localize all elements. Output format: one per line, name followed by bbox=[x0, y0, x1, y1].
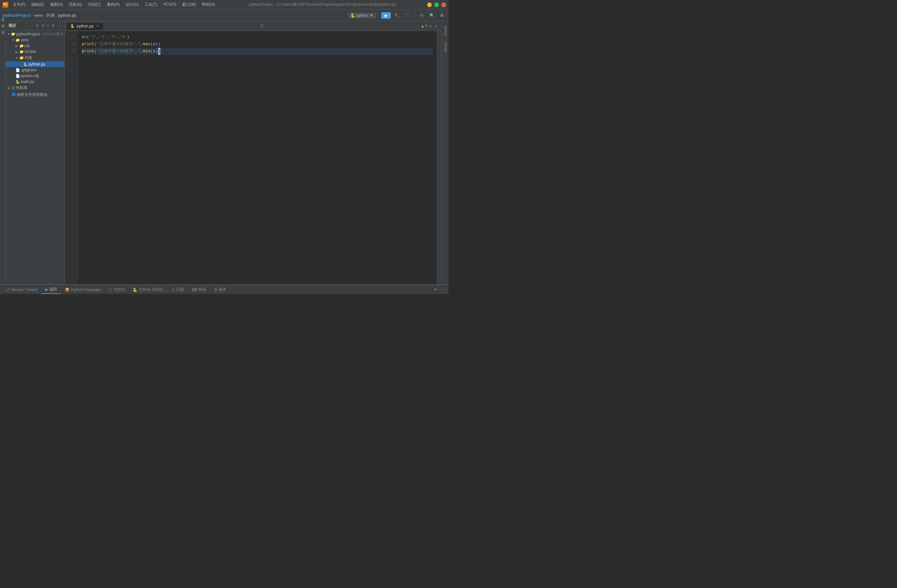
right-label-gradle[interactable]: Gradle bbox=[443, 25, 447, 36]
tree-item-external-libs[interactable]: 🗄 外部库 bbox=[6, 84, 64, 91]
services-icon: ⚙ bbox=[214, 288, 217, 292]
maximize-button[interactable]: □ bbox=[434, 3, 439, 7]
tree-item-scripts[interactable]: 📁 Scripts bbox=[6, 49, 64, 55]
tree-item-gitignore[interactable]: 📄 .gitignore bbox=[6, 67, 64, 73]
code-token: '3' bbox=[109, 34, 117, 41]
panel-action-collapse[interactable]: ≡ bbox=[46, 23, 50, 28]
tab-close-button[interactable]: ✕ bbox=[95, 24, 99, 28]
panel-action-add[interactable]: ⊕ bbox=[41, 23, 46, 28]
tree-item-python-py[interactable]: 🐍 python.py bbox=[6, 61, 64, 67]
folder-lib-icon: 📁 bbox=[19, 44, 24, 48]
interpreter-selector[interactable]: 🐍 python ▼ bbox=[348, 12, 376, 18]
tree-path-root: C:\Users\曹文静\PycharmProjects\pyt bbox=[41, 32, 64, 37]
code-token: ( bbox=[94, 48, 97, 55]
run-button[interactable]: ▶ bbox=[381, 12, 391, 19]
tree-item-pyvenv[interactable]: 📄 pyvenv.cfg bbox=[6, 73, 64, 79]
expand-arrow bbox=[7, 32, 10, 36]
settings-button[interactable]: ⚙ bbox=[438, 12, 446, 19]
menu-code[interactable]: 代码(C) bbox=[85, 1, 104, 8]
search-everywhere-button[interactable]: 🔍 bbox=[427, 12, 436, 19]
tab-python-py[interactable]: 🐍 python.py ✕ bbox=[66, 22, 104, 30]
panel-header: 项目 ▼ ⊕ ≡ ⚙ — bbox=[6, 21, 64, 30]
main-layout: 书签 结构 提示 项目 ▼ ⊕ ≡ ⚙ — 📁 pythonProject C:… bbox=[0, 21, 448, 284]
tree-item-liebiao[interactable]: 📁 列表 bbox=[6, 55, 64, 61]
menu-run[interactable]: 运行(U) bbox=[123, 1, 141, 8]
tab-todo[interactable]: ☑ TODO bbox=[105, 286, 129, 293]
breadcrumb-liebiao[interactable]: 列表 bbox=[46, 12, 55, 18]
folder-icon: 📁 bbox=[11, 32, 15, 36]
code-token: ( bbox=[94, 41, 97, 48]
menu-window[interactable]: 窗口(W) bbox=[179, 1, 199, 8]
code-token: (a)) bbox=[150, 41, 160, 48]
tree-item-scratch[interactable]: 🔵 临时文件和控制台 bbox=[6, 91, 64, 98]
code-token: print bbox=[82, 41, 94, 48]
panel-action-settings[interactable]: ⚙ bbox=[51, 23, 56, 28]
tab-pkg-label: Python Packages bbox=[71, 288, 101, 292]
tab-menu-button[interactable]: ☰ bbox=[258, 23, 266, 30]
problem-icon: ⚠ bbox=[171, 288, 175, 292]
breadcrumb-venv[interactable]: venv bbox=[34, 13, 43, 18]
tab-vc-label: Version Control bbox=[11, 288, 37, 292]
menu-tools[interactable]: 工具(T) bbox=[142, 1, 160, 8]
tree-label-root: pythonProject bbox=[16, 32, 40, 37]
tab-terminal-label: 终端 bbox=[199, 287, 206, 292]
project-name[interactable]: pythonProject bbox=[3, 13, 31, 18]
close-button[interactable]: ✕ bbox=[441, 3, 446, 7]
line-numbers: 1 2 3 bbox=[65, 31, 78, 284]
tab-python-console[interactable]: 🐍 Python 控制台 bbox=[129, 286, 167, 294]
code-editor[interactable]: 1 2 3 a =( '1' , '2' , '3' , '4' ) bbox=[65, 31, 441, 284]
tree-label-pyvenv: pyvenv.cfg bbox=[21, 74, 39, 78]
line-num-2: 2 bbox=[65, 41, 77, 48]
build-button[interactable]: 🔨 bbox=[392, 12, 401, 19]
menu-edit[interactable]: 编辑(E) bbox=[29, 1, 47, 8]
scratch-icon: 🔵 bbox=[12, 93, 16, 97]
expand-button[interactable]: ∨ bbox=[434, 24, 438, 28]
run-tab-icon: ▶ bbox=[45, 287, 48, 292]
folder-venv-icon: 📁 bbox=[15, 38, 20, 42]
tree-label-liebiao: 列表 bbox=[24, 55, 32, 61]
right-label-maven[interactable]: Maven bbox=[443, 41, 447, 52]
todo-icon: ☑ bbox=[109, 288, 112, 292]
menu-refactor[interactable]: 重构(R) bbox=[104, 1, 122, 8]
translate-button[interactable]: ㊋ bbox=[418, 12, 426, 19]
code-line-2: print ( "元组中最大的值为:," , max (a)) bbox=[82, 41, 433, 48]
py-console-icon: 🐍 bbox=[133, 288, 138, 292]
code-token: , bbox=[140, 41, 143, 48]
menu-navigate[interactable]: 导航(N) bbox=[66, 1, 84, 8]
breadcrumb-python-py[interactable]: python.py bbox=[58, 13, 76, 18]
editor-area: 🐍 python.py ✕ ☰ ▲ 7 ∧ ∨ 1 2 3 a = bbox=[65, 21, 441, 284]
tab-problems[interactable]: ⚠ 问题 bbox=[167, 286, 188, 294]
stop-button[interactable]: ⬛ bbox=[403, 12, 412, 19]
menu-file[interactable]: 文件(F) bbox=[10, 1, 28, 8]
tab-terminal[interactable]: ⌨ 终端 bbox=[188, 286, 210, 294]
bottom-panel: ⎇ Version Control ▶ 运行 📦 Python Packages… bbox=[0, 284, 448, 294]
bottom-settings-button[interactable]: ⚙ bbox=[433, 287, 438, 292]
code-token: , bbox=[107, 34, 109, 41]
title-bar: PC 文件(F) 编辑(E) 视图(V) 导航(N) 代码(C) 重构(R) 运… bbox=[0, 0, 448, 10]
menu-vcs[interactable]: VCS(S) bbox=[160, 1, 179, 8]
code-content[interactable]: a =( '1' , '2' , '3' , '4' ) print ( "元组… bbox=[78, 31, 437, 284]
tree-label-scripts: Scripts bbox=[24, 49, 37, 54]
code-token: max bbox=[143, 41, 150, 48]
tree-item-lib[interactable]: 📁 Lib bbox=[6, 43, 64, 49]
expand-arrow-liebiao bbox=[15, 56, 19, 60]
cursor: ) bbox=[158, 48, 161, 55]
menu-view[interactable]: 视图(V) bbox=[47, 1, 66, 8]
tab-py-icon: 🐍 bbox=[70, 24, 75, 28]
menu-help[interactable]: 帮助(H) bbox=[199, 1, 217, 8]
tree-item-venv[interactable]: 📁 venv bbox=[6, 37, 64, 43]
editor-scrollbar[interactable] bbox=[437, 31, 441, 284]
tab-version-control[interactable]: ⎇ Version Control bbox=[1, 286, 41, 293]
tree-item-main-py[interactable]: 🐍 main.py bbox=[6, 79, 64, 84]
minimize-button[interactable]: — bbox=[427, 3, 432, 7]
tab-python-packages[interactable]: 📦 Python Packages bbox=[61, 286, 105, 293]
bottom-close-button[interactable]: — bbox=[440, 287, 446, 292]
tree-item-root[interactable]: 📁 pythonProject C:\Users\曹文静\PycharmProj… bbox=[6, 31, 64, 37]
tab-run[interactable]: ▶ 运行 bbox=[41, 285, 61, 294]
right-tool-panel: Gradle Maven bbox=[441, 21, 448, 284]
panel-action-close[interactable]: — bbox=[57, 23, 62, 28]
tab-services[interactable]: ⚙ 服务 bbox=[210, 286, 230, 294]
collapse-button[interactable]: ∧ bbox=[429, 24, 432, 28]
app-logo: PC bbox=[3, 2, 8, 8]
line-num-1: 1 bbox=[65, 34, 77, 41]
